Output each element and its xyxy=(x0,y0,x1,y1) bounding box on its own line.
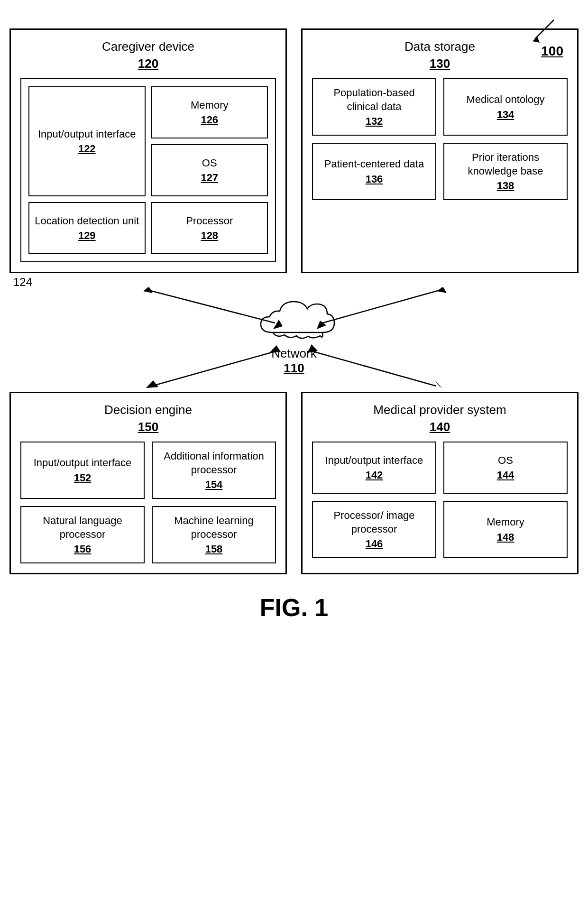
population-clinical-132: Population-based clinical data 132 xyxy=(312,78,436,136)
ref-124-label: 124 xyxy=(13,276,32,289)
os-144: OS 144 xyxy=(443,442,568,494)
svg-marker-10 xyxy=(143,287,153,293)
caregiver-device-title: Caregiver device xyxy=(20,39,276,54)
svg-marker-7 xyxy=(146,380,158,388)
io-interface-122: Input/output interface 122 xyxy=(28,86,146,196)
cloud-icon xyxy=(247,297,341,344)
data-storage-box: Data storage 130 Population-based clinic… xyxy=(301,28,579,273)
caregiver-inner-box: Input/output interface 122 Memory 126 OS… xyxy=(20,78,276,262)
network-label: Network xyxy=(247,346,341,361)
medical-provider-title: Medical provider system xyxy=(312,403,568,417)
medical-ontology-134: Medical ontology 134 xyxy=(443,78,568,136)
additional-info-processor-154: Additional information processor 154 xyxy=(152,442,276,499)
data-storage-ref: 130 xyxy=(312,56,568,71)
network-ref: 110 xyxy=(247,361,341,376)
svg-marker-9 xyxy=(435,380,442,388)
memory-126: Memory 126 xyxy=(151,86,268,138)
decision-engine-ref: 150 xyxy=(20,420,276,434)
caregiver-device-box: Caregiver device 120 Input/output interf… xyxy=(9,28,287,273)
decision-engine-grid: Input/output interface 152 Additional in… xyxy=(20,442,276,563)
io-interface-142: Input/output interface 142 xyxy=(312,442,436,494)
decision-engine-title: Decision engine xyxy=(20,403,276,417)
machine-learning-processor-158: Machine learning processor 158 xyxy=(152,506,276,563)
location-detection-129: Location detection unit 129 xyxy=(28,202,146,254)
natural-language-processor-156: Natural language processor 156 xyxy=(20,506,145,563)
medical-provider-ref: 140 xyxy=(312,420,568,434)
network-section: Network 110 xyxy=(9,287,579,392)
patient-centered-136: Patient-centered data 136 xyxy=(312,143,436,200)
figure-label: FIG. 1 xyxy=(9,593,579,622)
processor-image-146: Processor/ image processor 146 xyxy=(312,501,436,558)
decision-engine-box: Decision engine 150 Input/output interfa… xyxy=(9,392,287,574)
processor-128: Processor 128 xyxy=(151,202,268,254)
bottom-row: Decision engine 150 Input/output interfa… xyxy=(9,392,579,574)
medical-provider-grid: Input/output interface 142 OS 144 Proces… xyxy=(312,442,568,558)
caregiver-device-ref: 120 xyxy=(20,56,276,71)
io-interface-152: Input/output interface 152 xyxy=(20,442,145,499)
medical-provider-box: Medical provider system 140 Input/output… xyxy=(301,392,579,574)
data-storage-grid: Population-based clinical data 132 Medic… xyxy=(312,78,568,200)
data-storage-title: Data storage xyxy=(312,39,568,54)
memory-148: Memory 148 xyxy=(443,501,568,558)
svg-marker-11 xyxy=(437,287,447,293)
prior-iterations-138: Prior iterations knowledge base 138 xyxy=(443,143,568,200)
os-127: OS 127 xyxy=(151,144,268,196)
network-cloud: Network 110 xyxy=(247,297,341,376)
